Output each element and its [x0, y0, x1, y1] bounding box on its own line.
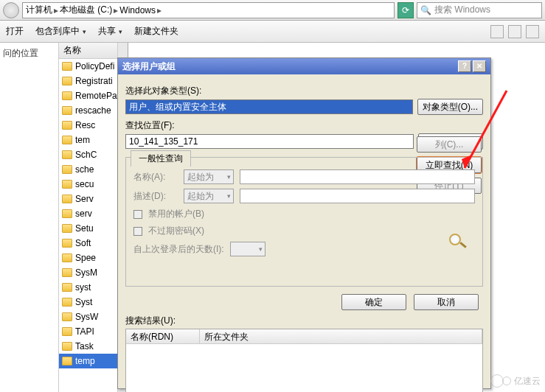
folder-icon: [62, 77, 72, 85]
folder-icon: [62, 106, 72, 115]
list-item[interactable]: Spee: [59, 251, 117, 265]
list-item[interactable]: temp: [59, 354, 117, 368]
cancel-button[interactable]: 取消: [414, 294, 479, 310]
folder-icon: [62, 357, 72, 365]
desc-label: 描述(D):: [133, 190, 178, 203]
refresh-button[interactable]: ⟳: [398, 2, 414, 18]
folder-icon: [62, 342, 72, 351]
list-item[interactable]: serv: [59, 206, 117, 221]
list-item[interactable]: SysM: [59, 265, 117, 280]
list-item-label: Resc: [75, 120, 95, 130]
list-item-label: syst: [75, 282, 91, 293]
preview-pane-icon[interactable]: [508, 25, 521, 38]
results-col-folder[interactable]: 所在文件夹: [200, 329, 482, 343]
object-type-button[interactable]: 对象类型(O)...: [417, 99, 483, 115]
view-options-icon[interactable]: [490, 25, 504, 38]
dialog-help-button[interactable]: ?: [458, 60, 471, 72]
object-type-field[interactable]: 用户、组或内置安全主体: [125, 99, 413, 114]
list-item-label: temp: [75, 356, 95, 366]
name-label: 名称(A):: [133, 171, 178, 183]
nav-pane: 问的位置: [0, 43, 59, 392]
columns-button[interactable]: 列(C)...: [417, 136, 482, 153]
dialog-close-button[interactable]: ✕: [473, 60, 486, 72]
chevron-right-icon: ▸: [54, 5, 58, 15]
results-col-rdn[interactable]: 名称(RDN): [126, 329, 200, 343]
list-item[interactable]: tem: [59, 133, 117, 147]
search-placeholder: 搜索 Windows: [434, 4, 490, 16]
search-input[interactable]: 🔍 搜索 Windows: [417, 2, 542, 18]
list-item-label: Syst: [75, 297, 92, 307]
list-item[interactable]: syst: [59, 280, 117, 295]
list-item[interactable]: RemotePack: [59, 88, 117, 103]
nav-location[interactable]: 问的位置: [3, 47, 55, 60]
file-list-pane: 名称 PolicyDefiRegistratiRemotePackrescach…: [59, 43, 118, 392]
list-item[interactable]: SysW: [59, 309, 117, 324]
list-item-label: sche: [75, 164, 94, 175]
search-icon: 🔍: [420, 5, 431, 15]
ok-button[interactable]: 确定: [341, 294, 406, 310]
list-item[interactable]: Task: [59, 339, 117, 354]
list-item[interactable]: Syst: [59, 295, 117, 309]
folder-icon: [62, 180, 72, 189]
breadcrumb-disk[interactable]: 本地磁盘 (C:): [60, 4, 112, 16]
list-item[interactable]: SchC: [59, 147, 117, 162]
folder-icon: [62, 91, 72, 100]
dialog-title-text: 选择用户或组: [122, 60, 176, 73]
help-icon[interactable]: [526, 25, 539, 38]
common-queries-group: 一般性查询 名称(A): 起始为 描述(D): 起始为 禁用的帐户(B) 不过期…: [125, 157, 483, 287]
common-queries-tab[interactable]: 一般性查询: [131, 150, 191, 167]
last-logon-label: 自上次登录后的天数(I):: [133, 243, 224, 256]
list-item-label: TAPI: [75, 326, 94, 337]
toolbar-open[interactable]: 打开: [6, 25, 24, 38]
name-match-combo[interactable]: 起始为: [184, 169, 234, 184]
disabled-accounts-checkbox[interactable]: [133, 210, 142, 219]
list-item[interactable]: Setu: [59, 221, 117, 236]
results-label: 搜索结果(U):: [125, 315, 483, 327]
list-item-label: Serv: [75, 194, 94, 204]
list-item[interactable]: secu: [59, 177, 117, 192]
nav-back-button[interactable]: [3, 2, 19, 18]
chevron-right-icon: ▸: [157, 5, 162, 15]
list-item-label: serv: [75, 209, 92, 219]
list-item[interactable]: Serv: [59, 192, 117, 206]
file-list[interactable]: PolicyDefiRegistratiRemotePackrescacheRe…: [59, 59, 117, 368]
toolbar-include-library[interactable]: 包含到库中: [35, 25, 86, 38]
password-noexpire-checkbox[interactable]: [133, 227, 142, 236]
location-label: 查找位置(F):: [125, 119, 483, 132]
folder-icon: [62, 283, 72, 292]
list-item[interactable]: sche: [59, 162, 117, 177]
list-item-label: SysW: [75, 312, 98, 322]
list-item[interactable]: rescache: [59, 103, 117, 118]
list-item-label: SchC: [75, 150, 97, 160]
folder-icon: [62, 209, 72, 218]
folder-icon: [62, 253, 72, 262]
list-item[interactable]: Registrati: [59, 74, 117, 88]
desc-input[interactable]: [240, 189, 475, 203]
search-results-list[interactable]: 名称(RDN) 所在文件夹: [125, 329, 483, 392]
toolbar-new-folder[interactable]: 新建文件夹: [134, 25, 178, 38]
dialog-titlebar[interactable]: 选择用户或组 ? ✕: [118, 58, 490, 74]
desc-match-combo[interactable]: 起始为: [184, 189, 234, 203]
breadcrumb-folder[interactable]: Windows: [119, 5, 156, 15]
location-field[interactable]: 10_141_135_171: [125, 134, 414, 149]
breadcrumb-computer[interactable]: 计算机: [26, 4, 52, 16]
name-input[interactable]: [240, 169, 475, 184]
list-item-label: Spee: [75, 253, 96, 263]
object-type-label: 选择此对象类型(S):: [125, 85, 483, 97]
toolbar-share[interactable]: 共享: [98, 25, 122, 38]
folder-icon: [62, 312, 72, 321]
disabled-accounts-label: 禁用的帐户(B): [148, 208, 204, 220]
folder-icon: [62, 121, 72, 130]
breadcrumb[interactable]: 计算机 ▸ 本地磁盘 (C:) ▸ Windows ▸: [22, 2, 395, 18]
chevron-right-icon: ▸: [114, 5, 118, 15]
list-item[interactable]: Soft: [59, 236, 117, 251]
list-item[interactable]: PolicyDefi: [59, 59, 117, 74]
list-item[interactable]: Resc: [59, 118, 117, 133]
last-logon-combo[interactable]: [230, 242, 265, 256]
column-header-name[interactable]: 名称: [59, 43, 117, 59]
list-item-label: RemotePack: [75, 91, 117, 101]
folder-icon: [62, 224, 72, 233]
watermark-text: 亿速云: [514, 375, 541, 388]
folder-icon: [62, 268, 72, 277]
list-item[interactable]: TAPI: [59, 324, 117, 339]
